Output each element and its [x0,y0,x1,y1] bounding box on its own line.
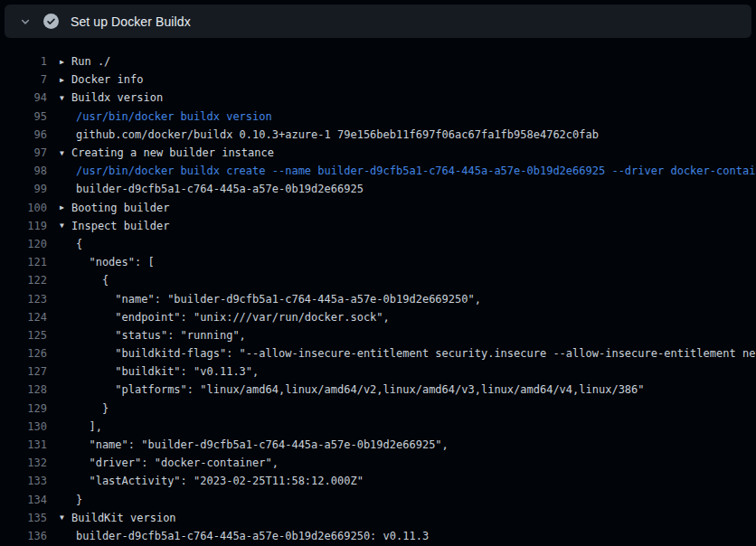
line-number[interactable]: 94 [0,91,47,104]
log-line[interactable]: 94 ▼ Buildx version [0,89,756,107]
line-text: /usr/bin/docker buildx create --name bui… [76,165,756,177]
line-number[interactable]: 128 [0,383,47,396]
line-number[interactable]: 132 [0,457,47,469]
line-text: "platforms": "linux/amd64,linux/amd64/v2… [76,383,645,396]
log-line: 96 github.com/docker/buildx 0.10.3+azure… [0,126,756,144]
line-text: Run ./ [71,55,110,68]
line-number[interactable]: 127 [0,365,47,378]
group-expanded-icon[interactable]: ▼ [60,513,71,522]
line-text: builder-d9cfb5a1-c764-445a-a57e-0b19d2e6… [76,530,429,542]
step-title: Set up Docker Buildx [71,14,191,29]
line-number[interactable]: 122 [0,274,47,287]
line-number[interactable]: 97 [0,146,47,159]
line-number[interactable]: 121 [0,256,47,268]
group-expanded-icon[interactable]: ▼ [60,221,71,230]
line-number[interactable]: 99 [0,183,47,195]
log-line: 128 "platforms": "linux/amd64,linux/amd6… [0,381,756,399]
line-number[interactable]: 119 [0,220,47,232]
log-line[interactable]: 100 ▶ Booting builder [0,199,756,217]
log-line: 124 "endpoint": "unix:///var/run/docker.… [0,308,756,326]
log-line: 132 "driver": "docker-container", [0,454,756,472]
line-text: { [76,274,109,287]
log-lines: 1 ▶ Run ./ 7 ▶ Docker info 94 ▼ Buildx v… [0,52,756,545]
group-collapsed-icon[interactable]: ▶ [60,76,71,84]
line-text: Buildx version [71,91,163,104]
log-line: 125 "status": "running", [0,326,756,344]
line-text: "endpoint": "unix:///var/run/docker.sock… [76,311,390,324]
log-line: 121 "nodes": [ [0,253,756,271]
line-text: Inspect builder [71,220,169,232]
log-line: 130 ], [0,418,756,436]
line-number[interactable]: 1 [0,55,47,68]
line-text: "name": "builder-d9cfb5a1-c764-445a-a57e… [76,293,481,306]
line-number[interactable]: 130 [0,420,47,433]
line-number[interactable]: 125 [0,329,47,342]
log-line[interactable]: 1 ▶ Run ./ [0,52,756,71]
line-text: } [76,494,82,506]
line-number[interactable]: 133 [0,475,47,487]
line-text: "buildkit": "v0.11.3", [76,365,259,378]
group-collapsed-icon[interactable]: ▶ [60,58,71,66]
group-expanded-icon[interactable]: ▼ [60,94,71,102]
log-line: 131 "name": "builder-d9cfb5a1-c764-445a-… [0,436,756,454]
line-number[interactable]: 124 [0,311,47,324]
line-number[interactable]: 100 [0,202,47,214]
line-number[interactable]: 120 [0,238,47,250]
log-line[interactable]: 7 ▶ Docker info [0,71,756,89]
line-number[interactable]: 98 [0,165,47,177]
line-text: "name": "builder-d9cfb5a1-c764-445a-a57e… [76,438,449,451]
log-line: 134 } [0,491,756,509]
log-line: 98 /usr/bin/docker buildx create --name … [0,162,756,180]
line-number[interactable]: 95 [0,110,47,123]
line-text: "lastActivity": "2023-02-25T11:58:12.000… [76,475,364,487]
log-line: 136 builder-d9cfb5a1-c764-445a-a57e-0b19… [0,527,756,545]
log-line: 129 } [0,400,756,418]
line-text: Docker info [71,73,143,86]
line-text: } [76,402,109,415]
line-number[interactable]: 134 [0,494,47,506]
line-number[interactable]: 129 [0,402,47,415]
line-text: ], [76,420,102,433]
line-number[interactable]: 135 [0,512,47,524]
line-text: "nodes": [ [76,256,155,268]
chevron-down-icon[interactable] [19,15,32,28]
log-line[interactable]: 119 ▼ Inspect builder [0,217,756,235]
line-text: builder-d9cfb5a1-c764-445a-a57e-0b19d2e6… [76,183,364,195]
log-line: 99 builder-d9cfb5a1-c764-445a-a57e-0b19d… [0,180,756,198]
line-text: github.com/docker/buildx 0.10.3+azure-1 … [76,128,599,141]
log-line[interactable]: 135 ▼ BuildKit version [0,509,756,527]
line-text: Booting builder [71,202,169,214]
group-collapsed-icon[interactable]: ▶ [60,203,71,212]
log-line: 120 { [0,235,756,253]
line-number[interactable]: 7 [0,73,47,86]
log-line[interactable]: 97 ▼ Creating a new builder instance [0,144,756,162]
log-line: 126 "buildkitd-flags": "--allow-insecure… [0,344,756,362]
step-header-toggle[interactable]: Set up Docker Buildx [5,5,751,38]
line-number[interactable]: 131 [0,438,47,451]
check-circle-icon [43,14,59,29]
line-text: BuildKit version [71,512,176,524]
line-text: Creating a new builder instance [71,146,274,159]
log-line: 123 "name": "builder-d9cfb5a1-c764-445a-… [0,289,756,307]
log-line: 133 "lastActivity": "2023-02-25T11:58:12… [0,472,756,490]
line-number[interactable]: 136 [0,530,47,542]
log-line: 122 { [0,271,756,289]
line-text: "buildkitd-flags": "--allow-insecure-ent… [76,347,756,360]
line-text: "status": "running", [76,329,246,342]
line-number[interactable]: 126 [0,347,47,360]
line-number[interactable]: 96 [0,128,47,141]
line-text: "driver": "docker-container", [76,457,279,469]
line-number[interactable]: 123 [0,293,47,306]
log-line: 95 /usr/bin/docker buildx version [0,108,756,126]
log-line: 127 "buildkit": "v0.11.3", [0,362,756,381]
group-expanded-icon[interactable]: ▼ [60,149,71,157]
line-text: { [76,238,82,250]
line-text: /usr/bin/docker buildx version [76,110,272,123]
